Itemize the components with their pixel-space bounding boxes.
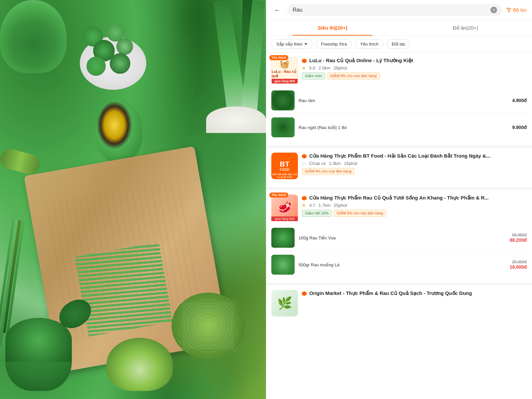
store-info-bt-food: Cửa Hàng Thực Phẩm BT Food - Hải Sản Các… [302,153,527,179]
filter-icon [506,7,512,13]
yeu-thich-badge-an-khang: Yêu thích [269,193,288,198]
header: ← × Bộ lọc [266,0,532,20]
bt-logo-text: BT [280,161,289,168]
lulu-name: LuLu - Rau củ quả [272,69,298,78]
bt-subtitle: Bắt Tươi Biển Bắc Phủ Vụ Quốc Khỏe [271,173,298,179]
freeship-filter-chip[interactable]: Freeship Xtra [316,39,352,49]
zucchini [0,147,42,176]
store-logo-lulu[interactable]: 🧺 LuLu - Rau củ quả Online giao hàng 99đ [271,57,298,84]
store-badges-lulu: Giảm món GIẢM 8% cho mọi đơn hàng [302,72,527,79]
store-info-an-khang: Cửa Hàng Thực Phẩm Rau Củ Quả Tươi Sống … [302,195,527,221]
filter-line-3 [508,11,510,12]
store-time-lulu: 26phút [333,66,347,70]
star-empty-icon-bt-food: ☆ [302,161,306,166]
romanesco [172,293,245,359]
product-name-rau-tien-vua: 100g Rau Tiến Vua [299,235,506,240]
sale-price-rau-muong: 18.000đ [510,264,527,270]
favorite-label: Yêu thích [360,42,378,47]
store-logo-wrap-origin: 🌿 [271,290,298,317]
store-logo-wrap-lulu: Yêu thích 🧺 LuLu - Rau củ quả Online gia… [271,57,298,84]
lettuce [106,338,173,391]
veg-background [0,0,266,399]
brussels-sprouts [66,20,160,113]
store-item-bt-food[interactable]: BT FOOD Bắt Tươi Biển Bắc Phủ Vụ Quốc Kh… [266,148,532,190]
filter-button[interactable]: Bộ lọc [506,7,527,13]
store-distance-an-khang: 1.7km [319,203,330,208]
store-item-lulu[interactable]: Yêu thích 🧺 LuLu - Rau củ quả Online gia… [266,53,532,148]
search-input[interactable] [293,7,488,13]
product-list-lulu: Rau răm 4.900đ Rau ngót (Rau tuốt) 1 Bó … [271,87,527,141]
store-info-lulu: LuLu - Rau Củ Quả Online - Lý Thường Kiệ… [302,57,527,84]
green-beans [69,237,179,342]
verified-icon-an-khang [302,196,307,200]
original-price-rau-tien-vua: 98.000đ [510,233,527,237]
tab-do-an[interactable]: Đồ ăn(20+) [399,20,532,36]
filter-line-2 [507,10,510,10]
product-item-rau-muong[interactable]: 500gr Rau muống Lá 20.000đ 18.000đ [271,251,527,278]
store-item-an-khang[interactable]: Yêu thích 🥩 giao hàng 99đ Cửa Hàng Thực … [266,190,532,285]
store-time-bt-food: 15phút [344,161,357,166]
product-item-rau-ngot[interactable]: Rau ngót (Rau tuốt) 1 Bó 9.900đ [271,114,527,141]
store-name-text-lulu: LuLu - Rau Củ Quả Online - Lý Thường Kiệ… [309,58,413,63]
tab-sieu-thi[interactable]: Siêu thị(20+) [266,20,399,36]
sort-chevron-icon [304,43,308,45]
badge-giam-pct-lulu: GIẢM 8% cho mọi đơn hàng [327,72,380,79]
back-arrow-icon: ← [274,6,281,14]
store-rating-lulu: 5.0 [309,66,315,70]
store-header-origin: 🌿 Origin Market - Thực Phẩm & Rau Củ Quả… [271,290,527,317]
store-logo-bt-food[interactable]: BT FOOD Bắt Tươi Biển Bắc Phủ Vụ Quốc Kh… [271,153,298,179]
badge-giam-pct-an-khang: GIẢM 8% cho mọi đơn hàng [333,210,386,217]
yeu-thich-badge-lulu: Yêu thích [269,55,288,60]
store-item-origin[interactable]: 🌿 Origin Market - Thực Phẩm & Rau Củ Quả… [266,285,532,323]
store-rating-bt-food: Chưa có [309,161,326,166]
store-name-lulu[interactable]: LuLu - Rau Củ Quả Online - Lý Thường Kiệ… [302,57,527,64]
store-name-origin[interactable]: Origin Market - Thực Phẩm & Rau Củ Quả S… [302,290,527,297]
product-img-rau-muong [271,255,295,275]
verified-icon-lulu [302,59,307,63]
store-logo-wrap-an-khang: Yêu thích 🥩 giao hàng 99đ [271,195,298,221]
meat-icon: 🥩 [277,201,292,215]
store-distance-lulu: 2.0km [319,66,330,70]
store-logo-wrap-bt-food: BT FOOD Bắt Tươi Biển Bắc Phủ Vụ Quốc Kh… [271,153,298,179]
verified-icon-bt-food [302,154,307,159]
store-badges-an-khang: Giảm hết 10% GIẢM 8% cho mọi đơn hàng [302,210,527,217]
search-bar[interactable]: × [287,4,502,16]
sort-filter-chip[interactable]: Sắp xếp theo [271,39,313,49]
store-meta-lulu: ★ 5.0 2.0km 26phút [302,66,527,70]
product-item-rau-tien-vua[interactable]: 100g Rau Tiến Vua 98.000đ 88.200đ [271,224,527,251]
product-img-rau-ram [271,90,295,110]
clear-icon: × [492,8,495,12]
store-info-origin: Origin Market - Thực Phẩm & Rau Củ Quả S… [302,290,527,317]
back-button[interactable]: ← [271,4,283,16]
store-meta-bt-food: ☆ Chưa có 1.3km 15phút [302,161,527,166]
star-icon-an-khang: ★ [302,203,306,208]
partner-filter-chip[interactable]: Đối tác [387,39,410,49]
sort-label: Sắp xếp theo [276,42,302,47]
giao-hang-badge-an-khang: giao hàng 99đ [271,216,298,221]
broccoli-bottom-left [5,318,72,391]
product-item-rau-ram[interactable]: Rau răm 4.900đ [271,87,527,114]
store-header-lulu: Yêu thích 🧺 LuLu - Rau củ quả Online gia… [271,57,527,84]
clear-search-button[interactable]: × [490,7,497,13]
product-price-rau-ngot: 9.900đ [512,125,527,130]
store-name-text-origin: Origin Market - Thực Phẩm & Rau Củ Quả S… [309,290,472,296]
product-price-rau-ram: 4.900đ [512,98,527,103]
product-price-rau-muong: 20.000đ 18.000đ [510,260,527,270]
partner-label: Đối tác [392,42,405,47]
category-tabs: Siêu thị(20+) Đồ ăn(20+) [266,20,532,36]
store-rating-an-khang: 4.7 [309,203,315,208]
badge-giam-het-an-khang: Giảm hết 10% [302,210,332,217]
store-name-bt-food[interactable]: Cửa Hàng Thực Phẩm BT Food - Hải Sản Các… [302,153,527,159]
store-name-an-khang[interactable]: Cửa Hàng Thực Phẩm Rau Củ Quả Tươi Sống … [302,195,527,201]
store-logo-origin[interactable]: 🌿 [271,290,298,317]
results-list[interactable]: Yêu thích 🧺 LuLu - Rau củ quả Online gia… [266,53,532,399]
hero-image [0,0,266,399]
product-name-rau-ngot: Rau ngót (Rau tuốt) 1 Bó [299,125,508,130]
lulu-basket-icon: 🧺 [280,60,290,69]
favorite-filter-chip[interactable]: Yêu thích [355,39,383,49]
bt-food-text: FOOD [280,168,290,172]
bok-choy [193,0,266,133]
star-icon-lulu: ★ [302,66,306,70]
store-time-an-khang: 25phút [333,203,347,208]
freeship-label: Freeship Xtra [321,42,347,47]
